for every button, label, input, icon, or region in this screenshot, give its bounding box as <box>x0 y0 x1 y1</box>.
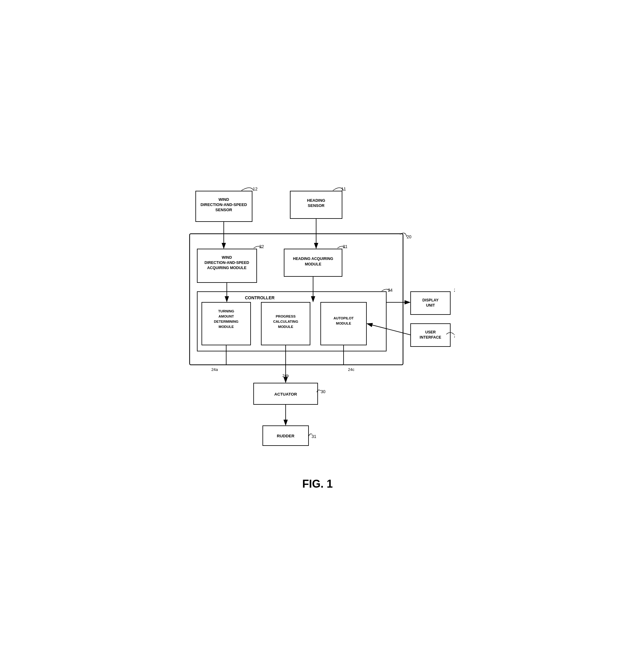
progress-label-1: PROGRESS <box>276 315 296 318</box>
wind-sensor-label-1: WIND <box>218 197 229 202</box>
heading-acquiring-label-1: HEADING ACQUIRING <box>293 256 333 261</box>
actuator-label: ACTUATOR <box>274 392 297 397</box>
diagram-container: WIND DIRECTION-AND-SPEED SENSOR 12 HEADI… <box>180 182 455 490</box>
wind-sensor-label-3: SENSOR <box>215 207 232 212</box>
heading-sensor-label-2: SENSOR <box>308 203 325 208</box>
wind-acquiring-label-1: WIND <box>222 255 232 260</box>
autopilot-label-1: AUTOPILOT <box>333 316 353 320</box>
ref-24b: 24b <box>282 373 289 378</box>
turning-label-3: DETERMINING <box>214 320 238 323</box>
ref-12: 12 <box>253 186 258 192</box>
display-label-2: UNIT <box>426 303 435 308</box>
rudder-label: RUDDER <box>277 434 294 438</box>
progress-module-box <box>261 302 310 345</box>
ref-24c: 24c <box>348 367 354 372</box>
heading-sensor-label-1: HEADING <box>307 198 325 203</box>
wind-sensor-label-2: DIRECTION-AND-SPEED <box>200 202 247 207</box>
ref-20: 20 <box>407 234 412 239</box>
ref-25: 25 <box>454 288 455 293</box>
turning-module-box <box>202 302 250 345</box>
heading-acquiring-label-2: MODULE <box>305 262 321 266</box>
turning-label-2: AMOUNT <box>218 315 234 318</box>
wind-acquiring-label-3: ACQUIRING MODULE <box>207 266 246 270</box>
user-interface-label-1: USER <box>425 330 436 334</box>
ref-11: 11 <box>341 186 346 192</box>
ref-24: 24 <box>388 288 393 293</box>
turning-label-4: MODULE <box>219 325 234 329</box>
ref-31: 31 <box>311 434 316 439</box>
ref-30: 30 <box>321 389 326 394</box>
user-interface-label-2: INTERFACE <box>419 335 441 339</box>
progress-label-3: MODULE <box>278 325 293 329</box>
wind-acquiring-label-2: DIRECTION-AND-SPEED <box>204 261 249 265</box>
progress-label-2: CALCULATING <box>273 320 298 323</box>
turning-label-1: TURNING <box>218 309 234 313</box>
figure-label: FIG. 1 <box>180 477 455 490</box>
display-label-1: DISPLAY <box>422 298 439 302</box>
autopilot-label-2: MODULE <box>336 321 351 325</box>
controller-label: CONTROLLER <box>245 295 275 300</box>
ref-24a: 24a <box>211 367 218 372</box>
